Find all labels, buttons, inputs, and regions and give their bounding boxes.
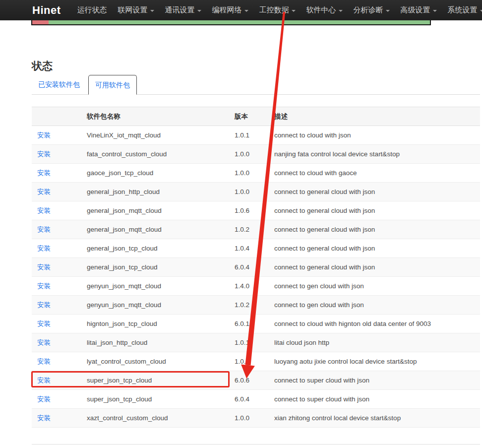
package-version: 1.0.0 [231,164,270,183]
tab-available-packages[interactable]: 可用软件包 [88,75,137,95]
navbar: Hinet 运行状态 联网设置 通讯设置 编程网络 工控数据 软件中心 分析诊断… [0,0,482,20]
package-name: gaoce_json_tcp_cloud [83,164,231,183]
table-header-row: 软件包名称 版本 描述 [32,107,480,126]
install-link[interactable]: 安装 [37,263,51,271]
chevron-down-icon [433,10,437,12]
bottom-divider [32,444,480,445]
install-link[interactable]: 安装 [37,320,51,327]
install-link[interactable]: 安装 [37,395,51,403]
brand-logo[interactable]: Hinet [32,4,61,17]
column-header-name: 软件包名称 [83,107,231,126]
navbar-item-label: 高级设置 [401,5,430,15]
package-description: connect to super cloud with json [270,371,480,390]
table-row: 安装 hignton_json_tcp_cloud 6.0.1 connect … [32,315,480,333]
package-description: connect to general cloud with json [270,220,480,239]
table-row: 安装 general_json_mqtt_cloud 1.0.2 connect… [32,220,480,239]
package-description: connect to cloud with gaoce [270,164,480,183]
install-link[interactable]: 安装 [37,188,51,195]
package-name: hignton_json_tcp_cloud [83,315,231,333]
install-link[interactable]: 安装 [37,226,51,233]
table-row: 安装 lyat_control_custom_cloud 1.0.0 luoya… [32,352,480,371]
navbar-item[interactable]: 软件中心 [301,5,348,15]
package-description: connect to super cloud with json [270,390,480,409]
column-header-version: 版本 [231,107,270,126]
table-row: 安装 general_json_tcp_cloud 6.0.4 connect … [32,258,480,277]
table-row: 安装 super_json_tcp_cloud 6.0.4 connect to… [32,390,480,409]
install-link[interactable]: 安装 [37,131,51,139]
package-name: super_json_tcp_cloud [83,390,231,409]
package-version: 6.0.4 [231,258,270,277]
table-row: 安装 fata_control_custom_cloud 1.0.0 nanji… [32,145,480,164]
package-version: 6.0.1 [231,315,270,333]
package-description: luoyang aotu jixie control local device … [270,352,480,371]
package-name: general_json_mqtt_cloud [83,220,231,239]
tab-installed-packages[interactable]: 已安装软件包 [32,75,86,94]
navbar-item-label: 系统设置 [448,5,478,15]
chevron-down-icon [339,10,343,12]
chevron-down-icon [386,10,390,12]
table-row: 安装 gaoce_json_tcp_cloud 1.0.0 connect to… [32,164,480,183]
package-name: xazt_control_custom_cloud [83,409,231,428]
navbar-item-label: 工控数据 [259,5,289,15]
progress-bar [31,20,431,25]
package-name: genyun_json_mqtt_cloud [83,277,231,296]
navbar-item[interactable]: 系统设置 [442,5,482,15]
package-description: connect to gen cloud with json [270,296,480,315]
main-content: 状态 已安装软件包 可用软件包 软件包名称 版本 描述 安装 VineLinX_… [0,58,482,445]
install-link[interactable]: 安装 [37,339,51,346]
tab-bar: 已安装软件包 可用软件包 [32,75,480,95]
navbar-item[interactable]: 工控数据 [254,5,301,15]
install-link[interactable]: 安装 [37,150,51,158]
package-version: 1.0.1 [231,333,270,352]
table-row: 安装 VineLinX_iot_mqtt_cloud 1.0.1 connect… [32,126,480,145]
package-version: 1.0.0 [231,145,270,164]
package-name: fata_control_custom_cloud [83,145,231,164]
install-link[interactable]: 安装 [37,207,51,214]
package-description: connect to general cloud with json [270,258,480,277]
table-row: 安装 genyun_json_mqtt_cloud 1.0.2 connect … [32,296,480,315]
table-row: 安装 general_json_tcp_cloud 1.0.4 connect … [32,239,480,258]
navbar-item[interactable]: 高级设置 [395,5,442,15]
install-link[interactable]: 安装 [37,282,51,290]
package-name: litai_json_http_cloud [83,333,231,352]
column-header-description: 描述 [270,107,480,126]
table-row: 安装 super_json_tcp_cloud 6.0.6 connect to… [32,371,480,390]
page-title: 状态 [32,58,480,73]
navbar-item[interactable]: 通讯设置 [160,5,207,15]
navbar-item-label: 联网设置 [118,5,148,15]
install-link[interactable]: 安装 [37,377,51,384]
package-description: connect to general cloud with json [270,239,480,258]
install-link[interactable]: 安装 [37,301,51,309]
package-version: 6.0.6 [231,371,270,390]
package-version: 1.0.1 [231,126,270,145]
progress-red-segment [32,20,49,24]
packages-table: 软件包名称 版本 描述 安装 VineLinX_iot_mqtt_cloud 1… [32,107,480,428]
package-version: 1.0.4 [231,239,270,258]
chevron-down-icon [150,10,154,12]
table-row: 安装 genyun_json_mqtt_cloud 1.4.0 connect … [32,277,480,296]
package-version: 1.0.0 [231,183,270,201]
chevron-down-icon [480,10,482,12]
navbar-item[interactable]: 联网设置 [113,5,160,15]
install-link[interactable]: 安装 [37,358,51,365]
package-description: connect to general cloud with json [270,201,480,220]
navbar-item[interactable]: 编程网络 [207,5,254,15]
install-link[interactable]: 安装 [37,245,51,252]
navbar-item[interactable]: 分析诊断 [348,5,395,15]
package-description: connect to cloud with hignton old data c… [270,315,480,333]
package-version: 1.4.0 [231,277,270,296]
package-name: lyat_control_custom_cloud [83,352,231,371]
navbar-item-label: 分析诊断 [354,5,383,15]
navbar-item-label: 软件中心 [306,5,336,15]
install-link[interactable]: 安装 [37,414,51,422]
package-version: 1.0.0 [231,409,270,428]
package-name: general_json_http_cloud [83,183,231,201]
package-description: xian zhitong control local device start&… [270,409,480,428]
navbar-menu: 运行状态 联网设置 通讯设置 编程网络 工控数据 软件中心 分析诊断 高级设置 … [72,5,482,15]
install-link[interactable]: 安装 [37,169,51,177]
progress-green-segment [49,20,430,24]
package-version: 1.0.6 [231,201,270,220]
package-name: genyun_json_mqtt_cloud [83,296,231,315]
package-name: super_json_tcp_cloud [83,371,231,390]
navbar-item[interactable]: 运行状态 [72,5,113,15]
